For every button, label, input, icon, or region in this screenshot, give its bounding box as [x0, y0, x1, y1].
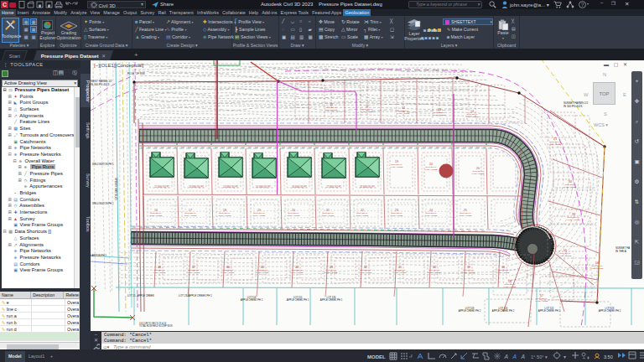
svg-text:0.129 ACRES: 0.129 ACRES	[394, 272, 407, 274]
svg-text:0.129 ACRES: 0.129 ACRES	[325, 109, 338, 111]
svg-text:0.129 ACRES: 0.129 ACRES	[397, 112, 410, 115]
svg-text:0.129 ACRES: 0.129 ACRES	[325, 272, 338, 274]
svg-text:P.O.B. OF R/W: P.O.B. OF R/W	[127, 72, 145, 75]
svg-text:LOT 11, APPLE CREEK: LOT 11, APPLE CREEK	[127, 294, 154, 297]
svg-text:APPLE CREEK PH 2: APPLE CREEK PH 2	[599, 309, 621, 313]
svg-text:0.129 ACRES: 0.129 ACRES	[504, 286, 517, 288]
svg-text:0.129 ACRES: 0.129 ACRES	[391, 166, 403, 168]
svg-text:17 5600 SQ FT: 17 5600 SQ FT	[326, 185, 341, 189]
svg-text:WELLINGTON PH 1: WELLINGTON PH 1	[92, 202, 114, 205]
svg-text:1°·50° ▾: 1°·50° ▾	[531, 354, 548, 359]
svg-text:0.129 ACRES: 0.129 ACRES	[222, 272, 235, 274]
svg-text:0.129 ACRES: 0.129 ACRES	[391, 215, 403, 217]
svg-text:APPLE CREEK PH 2: APPLE CREEK PH 2	[538, 309, 561, 313]
svg-text:0.129 ACRES: 0.129 ACRES	[549, 143, 562, 146]
svg-text:LAWTON PH 1: LAWTON PH 1	[91, 254, 106, 257]
svg-text:15 5600 SQ FT: 15 5600 SQ FT	[256, 185, 271, 189]
svg-text:0.129 ACRES: 0.129 ACRES	[291, 272, 304, 274]
svg-text:0.129 ACRES: 0.129 ACRES	[150, 215, 163, 217]
svg-text:APPLE CREEK PH 1: APPLE CREEK PH 1	[320, 298, 343, 302]
svg-text:0.129 ACRES: 0.129 ACRES	[434, 114, 446, 116]
svg-text:0.129 ACRES: 0.129 ACRES	[591, 267, 604, 270]
svg-text:0.129 ACRES: 0.129 ACRES	[361, 111, 374, 113]
svg-text:APPLE CREEK PH 2: APPLE CREEK PH 2	[492, 309, 515, 313]
svg-text:16 5600 SQ FT: 16 5600 SQ FT	[292, 185, 307, 189]
svg-text:1/4 COR TO SEC'S 23 & 24: 1/4 COR TO SEC'S 23 & 24	[139, 322, 167, 325]
svg-text:0.129 ACRES: 0.129 ACRES	[184, 215, 197, 217]
svg-text:TOTAL ROW HELD E2 DNP WOK: TOTAL ROW HELD E2 DNP WOK	[139, 324, 173, 328]
svg-text:0.129 ACRES: 0.129 ACRES	[559, 255, 572, 257]
svg-text:0.129 ACRES: 0.129 ACRES	[153, 272, 166, 274]
svg-text:0.129 ACRES: 0.129 ACRES	[536, 300, 548, 303]
svg-text:[−][OLE1][Conceptual]: [−][OLE1][Conceptual]	[94, 63, 144, 68]
svg-text:0.129 ACRES: 0.129 ACRES	[257, 272, 269, 274]
svg-text:14 5600 SQ FT: 14 5600 SQ FT	[223, 185, 238, 189]
svg-text:IN 340 PG 4023: IN 340 PG 4023	[91, 83, 109, 86]
svg-text:0.129 ACRES: 0.129 ACRES	[497, 272, 510, 274]
svg-text:12 5600 SQ FT: 12 5600 SQ FT	[154, 185, 169, 189]
svg-text:0.129 ACRES: 0.129 ACRES	[322, 215, 335, 217]
svg-text:0.129 ACRES: 0.129 ACRES	[219, 215, 231, 217]
svg-text:13 5600 SQ FT: 13 5600 SQ FT	[189, 185, 204, 189]
svg-text:MODEL: MODEL	[367, 354, 386, 359]
svg-text:0.129 ACRES: 0.129 ACRES	[425, 168, 438, 171]
svg-text:0.129 ACRES: 0.129 ACRES	[428, 272, 441, 274]
svg-text:18 5600 SQ FT: 18 5600 SQ FT	[360, 185, 375, 189]
svg-text:0.129 ACRES: 0.129 ACRES	[568, 219, 580, 221]
svg-text:0.129 ACRES: 0.129 ACRES	[564, 186, 577, 189]
svg-text:WELLINGTON PH 1: WELLINGTON PH 1	[92, 163, 114, 166]
svg-text:0.129 ACRES: 0.129 ACRES	[253, 215, 266, 217]
svg-text:0.129 ACRES: 0.129 ACRES	[425, 215, 438, 217]
svg-text:0.129 ACRES: 0.129 ACRES	[472, 173, 485, 175]
svg-text:0.129 ACRES: 0.129 ACRES	[188, 272, 200, 274]
svg-text:0.129 ACRES: 0.129 ACRES	[466, 116, 479, 118]
svg-text:APPLE CREEK PH 2: APPLE CREEK PH 2	[459, 309, 481, 313]
svg-text:0.129 ACRES: 0.129 ACRES	[463, 272, 475, 274]
svg-text:▾: ▾	[564, 354, 566, 359]
svg-text:𝐴: 𝐴	[512, 354, 517, 359]
svg-text:IN 340 PG 4023: IN 340 PG 4023	[564, 105, 582, 108]
svg-text:𝐴: 𝐴	[504, 354, 508, 359]
svg-text:?: ?	[581, 2, 584, 8]
svg-text:0.129 ACRES: 0.129 ACRES	[356, 215, 369, 217]
svg-text:0.129 ACRES: 0.129 ACRES	[288, 215, 300, 217]
svg-text:IN THE A: IN THE A	[615, 250, 627, 253]
svg-text:APPLE CREEK PH 1: APPLE CREEK PH 1	[241, 298, 263, 302]
svg-text:0.129 ACRES: 0.129 ACRES	[460, 215, 472, 217]
svg-text:𝐴: 𝐴	[521, 354, 525, 359]
svg-text:3.50: 3.50	[604, 354, 613, 359]
svg-text:LOT 23, APPLE CREEK PH 1: LOT 23, APPLE CREEK PH 1	[179, 294, 212, 297]
svg-text:0.129 ACRES: 0.129 ACRES	[360, 272, 372, 274]
svg-text:APPLE CREEK PH 1: APPLE CREEK PH 1	[287, 298, 309, 302]
svg-text:SPERRY HWY BLVD: SPERRY HWY BLVD	[114, 178, 117, 200]
